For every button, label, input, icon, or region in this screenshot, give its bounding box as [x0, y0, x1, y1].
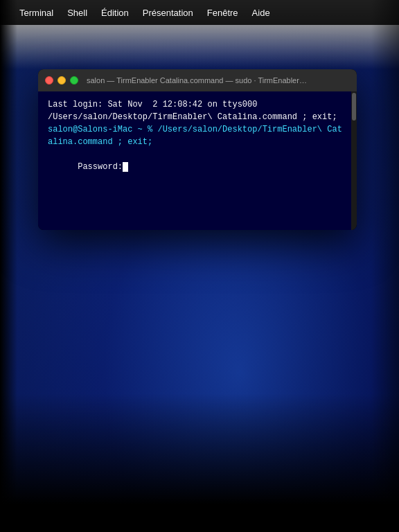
scroll-thumb[interactable]: [352, 93, 356, 121]
screen-edge-left: [0, 0, 17, 532]
menu-presentation[interactable]: Présentation: [137, 5, 199, 21]
scrollbar[interactable]: [351, 91, 357, 230]
minimize-button[interactable]: [57, 76, 66, 85]
menu-terminal[interactable]: Terminal: [14, 5, 59, 21]
menu-edition[interactable]: Édition: [96, 5, 134, 21]
close-button[interactable]: [45, 76, 53, 85]
terminal-window: salon — TirmEnabler Catalina.command — s…: [38, 69, 357, 230]
menu-aide[interactable]: Aide: [247, 5, 276, 21]
screen-edge-right: [371, 0, 399, 532]
menu-fenetre[interactable]: Fenêtre: [202, 5, 244, 21]
screen-edge-bottom: [0, 393, 399, 532]
terminal-title: salon — TirmEnabler Catalina.command — s…: [87, 76, 308, 85]
terminal-line-4: Password:: [48, 148, 347, 186]
terminal-body[interactable]: Last login: Sat Nov 2 12:08:42 on ttys00…: [38, 91, 357, 230]
password-label: Password:: [78, 162, 123, 172]
menu-items-container: Terminal Shell Édition Présentation Fenê…: [14, 5, 276, 21]
terminal-titlebar: salon — TirmEnabler Catalina.command — s…: [38, 69, 357, 91]
terminal-line-2: /Users/salon/Desktop/TirmEnabler\ Catali…: [48, 111, 347, 123]
terminal-line-3: salon@Salons-iMac ~ % /Users/salon/Deskt…: [48, 123, 347, 148]
menubar: Terminal Shell Édition Présentation Fenê…: [0, 0, 399, 25]
cursor: [123, 162, 128, 172]
maximize-button[interactable]: [70, 76, 78, 85]
terminal-line-1: Last login: Sat Nov 2 12:08:42 on ttys00…: [48, 98, 347, 111]
menu-shell[interactable]: Shell: [62, 5, 93, 21]
